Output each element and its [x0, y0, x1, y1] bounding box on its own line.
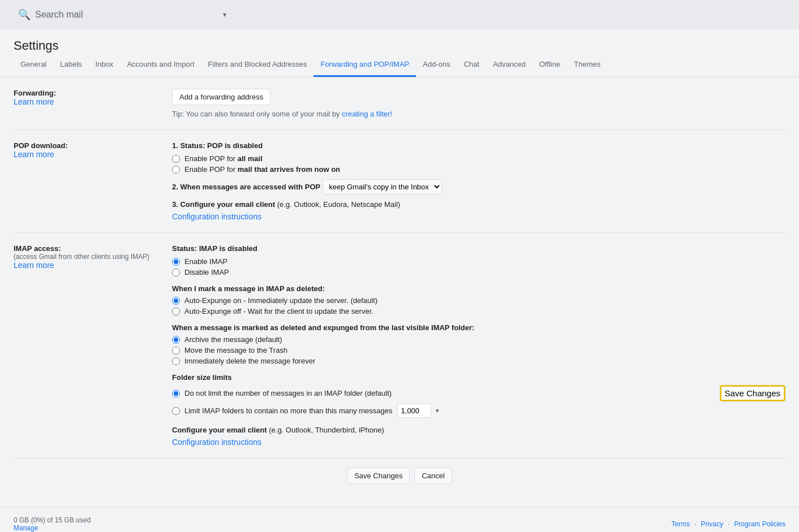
pop-config-instructions-link[interactable]: Configuration instructions — [172, 212, 261, 221]
pop-download-title: POP download: — [14, 141, 158, 150]
search-bar: 🔍 Search mail ▾ — [0, 0, 799, 29]
disable-imap-radio[interactable] — [172, 269, 180, 276]
tab-inbox[interactable]: Inbox — [89, 53, 121, 77]
move-trash-radio[interactable] — [172, 347, 180, 354]
archive-msg-label: Archive the message (default) — [184, 335, 282, 344]
delete-forever-radio[interactable] — [172, 357, 180, 365]
imap-label: IMAP access: (access Gmail from other cl… — [14, 244, 172, 270]
limit-imap-radio[interactable] — [172, 407, 180, 415]
no-limit-radio[interactable] — [172, 390, 180, 397]
tab-add-ons[interactable]: Add-ons — [416, 53, 457, 77]
tab-chat[interactable]: Chat — [457, 53, 486, 77]
folder-size-section: Folder size limits Do not limit the numb… — [172, 373, 785, 418]
imap-configure-section: Configure your email client (e.g. Outloo… — [172, 426, 785, 447]
imap-learn-more[interactable]: Learn more — [14, 261, 54, 270]
imap-status: Status: IMAP is disabled — [172, 244, 785, 253]
save-changes-highlight-button[interactable]: Save Changes — [720, 385, 785, 401]
tabs-container: General Labels Inbox Accounts and Import… — [0, 53, 799, 77]
auto-expunge-off-row: Auto-Expunge off - Wait for the client t… — [172, 307, 785, 315]
archive-msg-row: Archive the message (default) — [172, 335, 785, 344]
tab-accounts-import[interactable]: Accounts and Import — [120, 53, 201, 77]
pop-download-label: POP download: Learn more — [14, 141, 172, 159]
forwarding-section: Forwarding: Learn more Add a forwarding … — [14, 77, 785, 130]
search-input-container[interactable]: 🔍 Search mail ▾ — [9, 4, 235, 25]
footer-links: Terms · Privacy · Program Policies — [672, 520, 785, 528]
storage-info: 0 GB (0%) of 15 GB used Manage — [14, 516, 91, 532]
cancel-button[interactable]: Cancel — [414, 468, 452, 484]
imap-content: Status: IMAP is disabled Enable IMAP Dis… — [172, 244, 785, 447]
enable-imap-radio[interactable] — [172, 258, 180, 266]
pop-download-content: 1. Status: POP is disabled Enable POP fo… — [172, 141, 785, 221]
imap-when-deleted-label: When I mark a message in IMAP as deleted… — [172, 284, 785, 293]
creating-filter-link[interactable]: creating a filter! — [342, 110, 392, 118]
disable-imap-label: Disable IMAP — [184, 268, 229, 276]
auto-expunge-off-radio[interactable] — [172, 308, 180, 315]
chevron-down-icon[interactable]: ▾ — [223, 11, 226, 19]
pop-now-radio[interactable] — [172, 166, 180, 174]
forwarding-label: Forwarding: Learn more — [14, 89, 172, 106]
forwarding-tip: Tip: You can also forward only some of y… — [172, 110, 785, 118]
delete-forever-row: Immediately delete the message forever — [172, 357, 785, 365]
imap-expunge-section: When a message is marked as deleted and … — [172, 323, 785, 365]
terms-link[interactable]: Terms — [672, 520, 690, 528]
tab-forwarding-pop-imap[interactable]: Forwarding and POP/IMAP — [313, 53, 416, 77]
imap-config-instructions-link[interactable]: Configuration instructions — [172, 438, 261, 447]
pop-all-label: Enable POP for all mail — [184, 154, 263, 163]
imap-title: IMAP access: — [14, 244, 158, 253]
no-limit-label: Do not limit the number of messages in a… — [184, 389, 392, 397]
limit-imap-dropdown-icon[interactable]: ▾ — [436, 407, 439, 414]
folder-size-row1: Do not limit the number of messages in a… — [172, 385, 785, 401]
save-changes-callout: Save Changes — [720, 385, 785, 401]
pop-configure-row: 3. Configure your email client (e.g. Out… — [172, 200, 785, 221]
footer-buttons: Save Changes Cancel — [14, 459, 785, 493]
manage-link[interactable]: Manage — [14, 524, 38, 532]
limit-imap-value[interactable] — [397, 404, 431, 418]
tab-filters-blocked[interactable]: Filters and Blocked Addresses — [201, 53, 314, 77]
separator1: · — [694, 520, 696, 528]
limit-imap-radio-row: Limit IMAP folders to contain no more th… — [172, 404, 785, 418]
save-changes-button[interactable]: Save Changes — [347, 468, 410, 484]
pop-now-label: Enable POP for mail that arrives from no… — [184, 165, 340, 174]
storage-text: 0 GB (0%) of 15 GB used — [14, 516, 91, 524]
enable-imap-row: Enable IMAP — [172, 257, 785, 266]
imap-expunge-label: When a message is marked as deleted and … — [172, 323, 785, 332]
tab-labels[interactable]: Labels — [53, 53, 88, 77]
tab-offline[interactable]: Offline — [532, 53, 567, 77]
no-limit-radio-row: Do not limit the number of messages in a… — [172, 389, 392, 397]
privacy-link[interactable]: Privacy — [701, 520, 723, 528]
separator2: · — [728, 520, 729, 528]
disable-imap-row: Disable IMAP — [172, 268, 785, 276]
main-content: Forwarding: Learn more Add a forwarding … — [0, 77, 799, 507]
page-footer: 0 GB (0%) of 15 GB used Manage Terms · P… — [0, 507, 799, 532]
search-input[interactable]: Search mail — [35, 10, 218, 20]
imap-configure-label: Configure your email client (e.g. Outloo… — [172, 426, 785, 434]
search-icon: 🔍 — [18, 8, 31, 21]
archive-msg-radio[interactable] — [172, 336, 180, 344]
move-trash-row: Move the message to the Trash — [172, 346, 785, 354]
add-forwarding-address-button[interactable]: Add a forwarding address — [172, 89, 270, 105]
program-policies-link[interactable]: Program Policies — [734, 520, 785, 528]
pop-when-accessed-row: 2. When messages are accessed with POP k… — [172, 179, 785, 194]
pop-learn-more[interactable]: Learn more — [14, 150, 54, 159]
imap-when-deleted-section: When I mark a message in IMAP as deleted… — [172, 284, 785, 315]
pop-now-radio-row: Enable POP for mail that arrives from no… — [172, 165, 785, 174]
imap-access-section: IMAP access: (access Gmail from other cl… — [14, 233, 785, 459]
auto-expunge-on-row: Auto-Expunge on - Immediately update the… — [172, 296, 785, 305]
pop-download-section: POP download: Learn more 1. Status: POP … — [14, 130, 785, 233]
tab-advanced[interactable]: Advanced — [486, 53, 532, 77]
enable-imap-label: Enable IMAP — [184, 257, 227, 266]
pop-when-accessed-select[interactable]: keep Gmail's copy in the Inbox archive G… — [323, 179, 442, 194]
folder-size-label: Folder size limits — [172, 373, 785, 382]
delete-forever-label: Immediately delete the message forever — [184, 357, 315, 365]
pop-when-accessed-label: 2. When messages are accessed with POP — [172, 183, 320, 191]
auto-expunge-on-radio[interactable] — [172, 297, 180, 305]
forwarding-learn-more[interactable]: Learn more — [14, 97, 54, 106]
forwarding-content: Add a forwarding address Tip: You can al… — [172, 89, 785, 118]
tab-themes[interactable]: Themes — [567, 53, 607, 77]
tab-general[interactable]: General — [14, 53, 53, 77]
auto-expunge-off-label: Auto-Expunge off - Wait for the client t… — [184, 307, 373, 315]
move-trash-label: Move the message to the Trash — [184, 346, 287, 354]
imap-sub-label: (access Gmail from other clients using I… — [14, 253, 158, 261]
pop-all-radio-row: Enable POP for all mail — [172, 154, 785, 163]
pop-all-radio[interactable] — [172, 155, 180, 163]
